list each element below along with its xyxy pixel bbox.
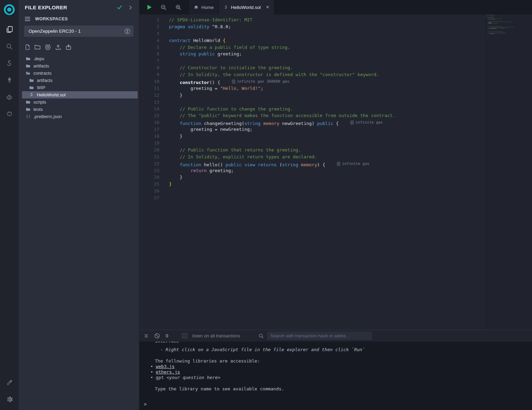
code-line: 13 (139, 99, 532, 106)
tree-item-label: artifacts (33, 63, 49, 69)
code-line: 26 (139, 188, 532, 195)
hamburger-menu-icon[interactable] (25, 17, 30, 21)
remix-logo-icon[interactable] (3, 3, 16, 18)
search-icon[interactable] (0, 38, 19, 55)
tree-item--deps[interactable]: .deps (19, 55, 139, 62)
code-line: 24 } (139, 174, 532, 181)
run-script-button[interactable] (147, 4, 152, 10)
terminal-toolbar: 0 listen on all transactions (139, 330, 532, 341)
code-editor[interactable]: 1// SPDX-License-Identifier: MIT2pragma … (139, 14, 532, 330)
upload-file-icon[interactable] (55, 44, 61, 50)
folder-icon (25, 56, 31, 61)
tree-item-label: tests (33, 107, 43, 112)
tab-label: Home (201, 5, 214, 10)
terminal-body[interactable]: interface - Right click on a JavaScript … (139, 341, 532, 410)
code-line: 16 function changeGreeting(string memory… (139, 119, 532, 126)
line-number: 9 (139, 71, 159, 78)
new-file-icon[interactable] (25, 44, 30, 50)
workspace-select[interactable]: OpenZeppelin ERC20 - 1 (24, 25, 134, 37)
close-tab-icon[interactable]: × (266, 4, 269, 10)
plugin-icon[interactable] (0, 374, 19, 391)
terminal-line: • gpt <your question here> (150, 375, 532, 380)
chevron-right-icon[interactable] (128, 5, 133, 10)
tree-item-label: WIP (37, 85, 45, 90)
line-number: 15 (139, 112, 159, 119)
code-line: 5 // Declare a public field of type stri… (139, 44, 532, 51)
code-line: 21 // In Solidity, explicit return types… (139, 154, 532, 160)
line-number: 2 (139, 23, 159, 30)
tree-item-wip[interactable]: WIP (19, 84, 139, 91)
zoom-out-icon[interactable] (160, 4, 167, 11)
collapse-terminal-icon[interactable] (143, 333, 149, 339)
line-number: 12 (139, 92, 159, 99)
terminal-link[interactable]: ethers.js (156, 369, 180, 375)
check-icon[interactable] (117, 4, 123, 10)
line-number: 6 (139, 51, 159, 57)
home-icon (194, 5, 199, 10)
code-line: 1// SPDX-License-Identifier: MIT (139, 17, 532, 23)
terminal-prompt[interactable]: > (144, 401, 147, 407)
workspace-name: OpenZeppelin ERC20 - 1 (29, 29, 124, 34)
tree-item-artifacts[interactable]: artifacts (19, 62, 139, 70)
file-tree: .depsartifactscontractsartifactsWIPHello… (19, 55, 139, 120)
debugger-icon[interactable] (0, 88, 19, 105)
terminal-line: The following libraries are accessible: (155, 358, 532, 364)
zoom-in-icon[interactable] (175, 4, 182, 11)
file-explorer-icon[interactable] (0, 21, 19, 38)
listen-transactions-label: listen on all transactions (192, 333, 240, 338)
terminal-link[interactable]: web3.js (156, 364, 175, 369)
terminal: 0 listen on all transactions interface -… (139, 330, 532, 410)
tree-item-contracts[interactable]: contracts (19, 70, 139, 77)
terminal-line (155, 353, 532, 358)
line-number: 10 (139, 78, 159, 85)
settings-gear-icon[interactable] (0, 391, 19, 408)
tree-item-label: artifacts (37, 78, 53, 83)
tree-item--prettierrc-json[interactable]: .prettierrc.json (19, 113, 139, 120)
code-line: 27 (139, 195, 532, 201)
import-folder-icon[interactable] (65, 44, 72, 50)
workspaces-row: WORKSPACES (19, 13, 139, 23)
tree-item-scripts[interactable]: scripts (19, 98, 139, 106)
new-folder-icon[interactable] (34, 44, 41, 50)
tree-item-artifacts[interactable]: artifacts (19, 77, 139, 84)
tab-strip: HomeHelloWorld.sol× (189, 0, 274, 14)
code-line: 19 (139, 140, 532, 147)
folder-icon (25, 107, 31, 112)
solidity-compiler-icon[interactable] (0, 55, 19, 72)
tab-home[interactable]: Home (189, 0, 219, 14)
tree-item-label: scripts (33, 99, 46, 105)
tree-item-helloworld-sol[interactable]: HelloWorld.sol (19, 91, 139, 98)
plugin-manager-icon[interactable] (0, 105, 19, 122)
tree-item-label: contracts (33, 71, 52, 76)
listen-transactions-checkbox[interactable] (182, 333, 187, 338)
terminal-line: interface (155, 341, 532, 347)
minimap[interactable]: 1// SPDX-License-Identifier: MIT2pragma … (486, 14, 532, 330)
file-sol-icon (29, 92, 34, 97)
line-number: 3 (139, 30, 159, 37)
workspace-switch-icon[interactable] (124, 28, 130, 34)
line-number: 7 (139, 57, 159, 64)
tab-helloworld-sol[interactable]: HelloWorld.sol× (219, 0, 274, 14)
deploy-and-run-icon[interactable] (0, 72, 19, 88)
folder-icon (29, 85, 34, 90)
gas-estimate: infinite gas 368600 gas (232, 78, 289, 85)
terminal-search-input[interactable] (267, 332, 372, 340)
tree-item-tests[interactable]: tests (19, 106, 139, 113)
code-line: 11 greeting = "Hello, World!"; (139, 85, 532, 92)
terminal-line: - Right click on a JavaScript file in th… (155, 347, 532, 353)
line-number: 19 (139, 140, 159, 147)
line-number: 14 (139, 106, 159, 113)
minimap-content: 1// SPDX-License-Identifier: MIT2pragma … (486, 14, 530, 38)
code-line: 6 string public greeting; (139, 51, 532, 57)
bullet: • (150, 369, 156, 375)
folder-open-icon (25, 71, 31, 76)
clear-console-icon[interactable] (154, 333, 160, 339)
panel-header: FILE EXPLORER (19, 0, 139, 13)
code-line: 25} (139, 181, 532, 188)
editor-column: HomeHelloWorld.sol× 1// SPDX-License-Ide… (139, 0, 532, 410)
github-icon[interactable] (45, 44, 51, 50)
code-line: 10 constructor() {infinite gas 368600 ga… (139, 78, 532, 85)
line-number: 5 (139, 44, 159, 51)
folder-icon (29, 78, 34, 83)
line-number: 21 (139, 154, 159, 160)
